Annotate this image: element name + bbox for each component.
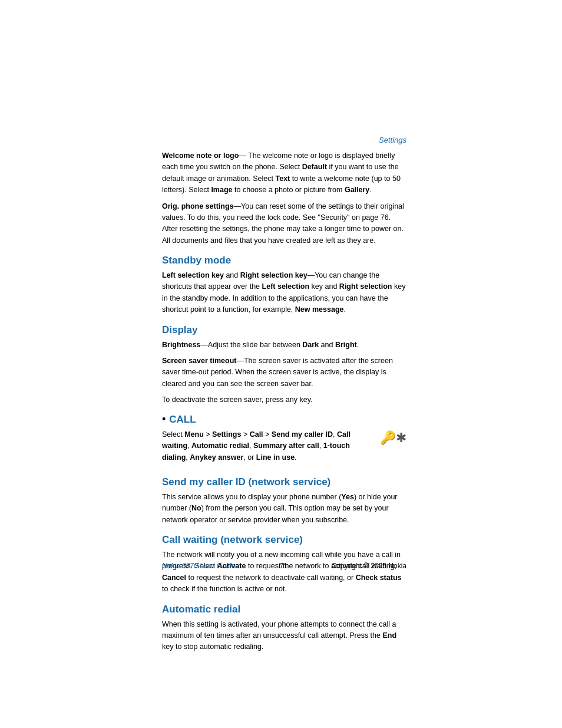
footer: Nokia 6670 User Guide 71 Copyright © 200… [162, 562, 406, 570]
standby-mode-heading: Standby mode [162, 255, 406, 266]
screensaver-text: Screen saver timeout—The screen saver is… [162, 355, 406, 390]
settings-label-text: Settings [379, 136, 406, 144]
send-caller-id-text: This service allows you to display your … [162, 492, 406, 526]
content-area: Settings Welcome note or logo— The welco… [162, 136, 406, 658]
standby-mode-text: Left selection key and Right selection k… [162, 270, 406, 316]
footer-page-number: 71 [279, 562, 287, 570]
call-bullet: • [162, 413, 166, 426]
display-heading: Display [162, 324, 406, 336]
intro-para2: Orig. phone settings—You can reset some … [162, 201, 406, 247]
call-text: Select Menu > Settings > Call > Send my … [162, 429, 374, 463]
intro-para1: Welcome note or logo— The welcome note o… [162, 150, 406, 196]
send-caller-id-heading-text: Send my caller ID (network service) [162, 476, 330, 487]
call-waiting-text: The network will notify you of a new inc… [162, 549, 406, 595]
send-caller-id-heading: Send my caller ID (network service) [162, 476, 406, 488]
automatic-redial-text: When this setting is activated, your pho… [162, 619, 406, 653]
automatic-redial-heading-text: Automatic redial [162, 604, 240, 615]
call-row: Select Menu > Settings > Call > Send my … [162, 429, 406, 468]
call-key-icon: 🔑✱ [380, 430, 406, 446]
call-waiting-heading-text: Call waiting (network service) [162, 534, 303, 545]
call-section-header: • CALL [162, 414, 406, 426]
settings-label: Settings [162, 136, 406, 144]
standby-mode-heading-text: Standby mode [162, 255, 231, 266]
call-label: CALL [169, 414, 196, 426]
call-waiting-heading: Call waiting (network service) [162, 534, 406, 546]
footer-copyright: Copyright © 2005 Nokia [331, 562, 406, 570]
page: Settings Welcome note or logo— The welco… [0, 0, 562, 728]
deactivate-text: To deactivate the screen saver, press an… [162, 394, 406, 406]
display-heading-text: Display [162, 324, 197, 335]
brightness-text: Brightness—Adjust the slide bar between … [162, 340, 406, 351]
footer-left: Nokia 6670 User Guide [162, 562, 236, 570]
automatic-redial-heading: Automatic redial [162, 604, 406, 615]
